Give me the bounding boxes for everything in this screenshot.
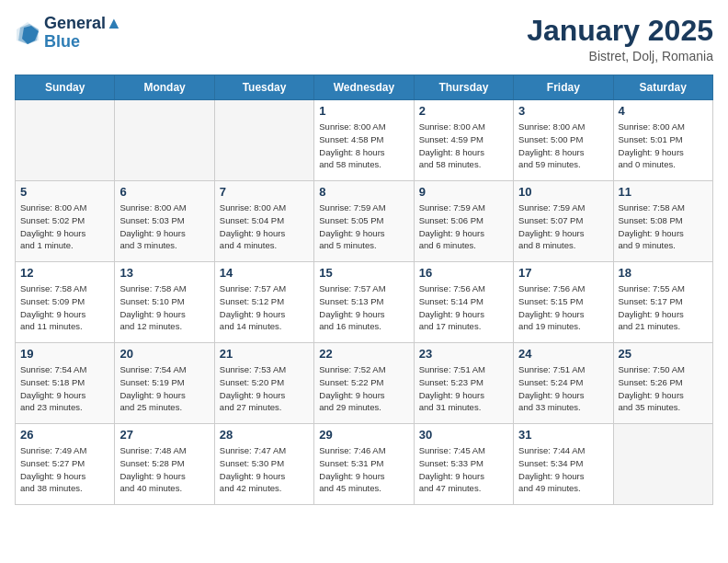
day-info: Sunrise: 7:56 AM Sunset: 5:15 PM Dayligh… bbox=[518, 282, 608, 333]
day-number: 22 bbox=[319, 347, 408, 361]
day-number: 2 bbox=[419, 104, 508, 118]
title-block: January 2025 Bistret, Dolj, Romania bbox=[527, 15, 713, 63]
weekday-header-sunday: Sunday bbox=[16, 75, 115, 100]
day-info: Sunrise: 7:59 AM Sunset: 5:06 PM Dayligh… bbox=[419, 201, 508, 252]
calendar-cell: 6Sunrise: 8:00 AM Sunset: 5:03 PM Daylig… bbox=[115, 181, 214, 262]
day-info: Sunrise: 8:00 AM Sunset: 4:58 PM Dayligh… bbox=[319, 121, 408, 171]
day-number: 11 bbox=[619, 185, 708, 199]
day-number: 26 bbox=[20, 428, 109, 442]
day-info: Sunrise: 8:00 AM Sunset: 5:02 PM Dayligh… bbox=[20, 201, 109, 252]
calendar-cell: 8Sunrise: 7:59 AM Sunset: 5:05 PM Daylig… bbox=[314, 181, 414, 262]
calendar-cell: 13Sunrise: 7:58 AM Sunset: 5:10 PM Dayli… bbox=[115, 262, 214, 343]
day-info: Sunrise: 7:54 AM Sunset: 5:18 PM Dayligh… bbox=[20, 363, 109, 414]
day-info: Sunrise: 7:59 AM Sunset: 5:05 PM Dayligh… bbox=[319, 201, 408, 252]
day-info: Sunrise: 8:00 AM Sunset: 5:03 PM Dayligh… bbox=[119, 201, 209, 252]
day-info: Sunrise: 7:52 AM Sunset: 5:22 PM Dayligh… bbox=[319, 363, 408, 414]
calendar-cell: 7Sunrise: 8:00 AM Sunset: 5:04 PM Daylig… bbox=[214, 181, 313, 262]
logo: General▲ Blue bbox=[15, 15, 122, 52]
week-row-3: 12Sunrise: 7:58 AM Sunset: 5:09 PM Dayli… bbox=[16, 262, 713, 343]
calendar-cell: 5Sunrise: 8:00 AM Sunset: 5:02 PM Daylig… bbox=[16, 181, 115, 262]
day-info: Sunrise: 8:00 AM Sunset: 5:00 PM Dayligh… bbox=[518, 121, 608, 171]
calendar-cell bbox=[214, 100, 313, 181]
calendar-cell bbox=[115, 100, 214, 181]
day-info: Sunrise: 8:00 AM Sunset: 5:01 PM Dayligh… bbox=[619, 121, 708, 171]
day-number: 30 bbox=[419, 428, 508, 442]
weekday-header-thursday: Thursday bbox=[414, 75, 513, 100]
weekday-header-row: SundayMondayTuesdayWednesdayThursdayFrid… bbox=[16, 75, 713, 100]
calendar-cell: 27Sunrise: 7:48 AM Sunset: 5:28 PM Dayli… bbox=[115, 424, 214, 505]
day-info: Sunrise: 7:46 AM Sunset: 5:31 PM Dayligh… bbox=[319, 444, 408, 495]
day-number: 12 bbox=[20, 266, 109, 280]
calendar-cell: 30Sunrise: 7:45 AM Sunset: 5:33 PM Dayli… bbox=[414, 424, 513, 505]
calendar-cell: 28Sunrise: 7:47 AM Sunset: 5:30 PM Dayli… bbox=[214, 424, 313, 505]
day-info: Sunrise: 7:58 AM Sunset: 5:08 PM Dayligh… bbox=[619, 201, 708, 252]
day-number: 19 bbox=[20, 347, 109, 361]
day-number: 20 bbox=[119, 347, 209, 361]
calendar-cell: 14Sunrise: 7:57 AM Sunset: 5:12 PM Dayli… bbox=[214, 262, 313, 343]
calendar-cell: 4Sunrise: 8:00 AM Sunset: 5:01 PM Daylig… bbox=[613, 100, 712, 181]
calendar-cell: 22Sunrise: 7:52 AM Sunset: 5:22 PM Dayli… bbox=[314, 343, 414, 424]
calendar: SundayMondayTuesdayWednesdayThursdayFrid… bbox=[15, 75, 713, 505]
day-info: Sunrise: 8:00 AM Sunset: 5:04 PM Dayligh… bbox=[220, 201, 309, 252]
day-info: Sunrise: 7:49 AM Sunset: 5:27 PM Dayligh… bbox=[20, 444, 109, 495]
calendar-cell: 3Sunrise: 8:00 AM Sunset: 5:00 PM Daylig… bbox=[514, 100, 613, 181]
location: Bistret, Dolj, Romania bbox=[527, 49, 713, 63]
day-number: 4 bbox=[619, 104, 708, 118]
day-info: Sunrise: 7:50 AM Sunset: 5:26 PM Dayligh… bbox=[619, 363, 708, 414]
calendar-cell: 16Sunrise: 7:56 AM Sunset: 5:14 PM Dayli… bbox=[414, 262, 513, 343]
calendar-cell: 24Sunrise: 7:51 AM Sunset: 5:24 PM Dayli… bbox=[514, 343, 613, 424]
calendar-cell: 29Sunrise: 7:46 AM Sunset: 5:31 PM Dayli… bbox=[314, 424, 414, 505]
day-info: Sunrise: 7:57 AM Sunset: 5:13 PM Dayligh… bbox=[319, 282, 408, 333]
day-info: Sunrise: 7:58 AM Sunset: 5:10 PM Dayligh… bbox=[119, 282, 209, 333]
day-info: Sunrise: 7:51 AM Sunset: 5:24 PM Dayligh… bbox=[518, 363, 608, 414]
weekday-header-saturday: Saturday bbox=[613, 75, 712, 100]
week-row-2: 5Sunrise: 8:00 AM Sunset: 5:02 PM Daylig… bbox=[16, 181, 713, 262]
day-number: 24 bbox=[518, 347, 608, 361]
calendar-cell: 18Sunrise: 7:55 AM Sunset: 5:17 PM Dayli… bbox=[613, 262, 712, 343]
calendar-cell: 19Sunrise: 7:54 AM Sunset: 5:18 PM Dayli… bbox=[16, 343, 115, 424]
calendar-cell: 1Sunrise: 8:00 AM Sunset: 4:58 PM Daylig… bbox=[314, 100, 414, 181]
day-number: 15 bbox=[319, 266, 408, 280]
day-number: 3 bbox=[518, 104, 608, 118]
day-info: Sunrise: 8:00 AM Sunset: 4:59 PM Dayligh… bbox=[419, 121, 508, 171]
day-number: 13 bbox=[119, 266, 209, 280]
day-number: 16 bbox=[419, 266, 508, 280]
week-row-4: 19Sunrise: 7:54 AM Sunset: 5:18 PM Dayli… bbox=[16, 343, 713, 424]
calendar-cell: 31Sunrise: 7:44 AM Sunset: 5:34 PM Dayli… bbox=[514, 424, 613, 505]
logo-icon bbox=[15, 20, 40, 46]
day-info: Sunrise: 7:45 AM Sunset: 5:33 PM Dayligh… bbox=[419, 444, 508, 495]
day-info: Sunrise: 7:54 AM Sunset: 5:19 PM Dayligh… bbox=[119, 363, 209, 414]
day-info: Sunrise: 7:53 AM Sunset: 5:20 PM Dayligh… bbox=[220, 363, 309, 414]
day-number: 6 bbox=[119, 185, 209, 199]
weekday-header-wednesday: Wednesday bbox=[314, 75, 414, 100]
day-number: 31 bbox=[518, 428, 608, 442]
day-number: 21 bbox=[220, 347, 309, 361]
day-number: 17 bbox=[518, 266, 608, 280]
day-info: Sunrise: 7:58 AM Sunset: 5:09 PM Dayligh… bbox=[20, 282, 109, 333]
page-header: General▲ Blue January 2025 Bistret, Dolj… bbox=[15, 15, 713, 63]
calendar-cell: 15Sunrise: 7:57 AM Sunset: 5:13 PM Dayli… bbox=[314, 262, 414, 343]
day-number: 5 bbox=[20, 185, 109, 199]
day-number: 14 bbox=[220, 266, 309, 280]
day-number: 28 bbox=[220, 428, 309, 442]
day-info: Sunrise: 7:44 AM Sunset: 5:34 PM Dayligh… bbox=[518, 444, 608, 495]
week-row-1: 1Sunrise: 8:00 AM Sunset: 4:58 PM Daylig… bbox=[16, 100, 713, 181]
day-info: Sunrise: 7:59 AM Sunset: 5:07 PM Dayligh… bbox=[518, 201, 608, 252]
calendar-cell: 12Sunrise: 7:58 AM Sunset: 5:09 PM Dayli… bbox=[16, 262, 115, 343]
calendar-cell: 9Sunrise: 7:59 AM Sunset: 5:06 PM Daylig… bbox=[414, 181, 513, 262]
day-number: 29 bbox=[319, 428, 408, 442]
calendar-cell: 11Sunrise: 7:58 AM Sunset: 5:08 PM Dayli… bbox=[613, 181, 712, 262]
calendar-cell bbox=[16, 100, 115, 181]
calendar-cell: 17Sunrise: 7:56 AM Sunset: 5:15 PM Dayli… bbox=[514, 262, 613, 343]
month-title: January 2025 bbox=[527, 15, 713, 47]
day-number: 23 bbox=[419, 347, 508, 361]
day-number: 27 bbox=[119, 428, 209, 442]
day-number: 9 bbox=[419, 185, 508, 199]
calendar-cell bbox=[613, 424, 712, 505]
day-info: Sunrise: 7:56 AM Sunset: 5:14 PM Dayligh… bbox=[419, 282, 508, 333]
day-info: Sunrise: 7:47 AM Sunset: 5:30 PM Dayligh… bbox=[220, 444, 309, 495]
day-number: 18 bbox=[619, 266, 708, 280]
day-info: Sunrise: 7:51 AM Sunset: 5:23 PM Dayligh… bbox=[419, 363, 508, 414]
day-info: Sunrise: 7:55 AM Sunset: 5:17 PM Dayligh… bbox=[619, 282, 708, 333]
day-number: 25 bbox=[619, 347, 708, 361]
